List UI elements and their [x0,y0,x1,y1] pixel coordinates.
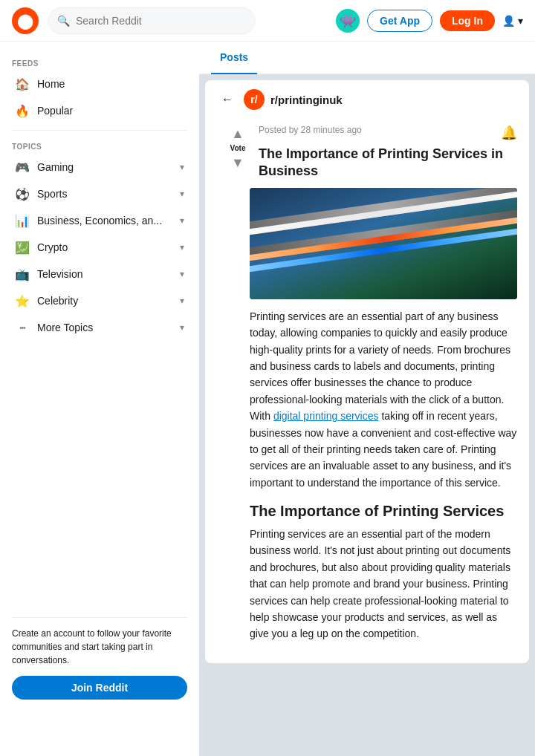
sidebar-item-label: Crypto [37,241,172,253]
sidebar-item-home[interactable]: 🏠 Home [3,71,196,97]
sidebar-item-label: Business, Economics, an... [37,215,172,227]
home-icon: 🏠 [15,76,30,91]
chevron-down-icon: ▾ [180,189,184,199]
post-image [250,188,517,299]
sidebar-item-label: Popular [37,105,184,117]
sidebar-item-label: Television [37,268,172,280]
post-card: ← r/ r/printinginuk ▲ Vote ▼ Posted by 2… [205,80,529,663]
navbar: ⬤ 🔍 👾 Get App Log In 👤 ▾ [0,0,535,42]
user-avatar-icon: 👤 [502,15,515,27]
post-meta-info: Posted by 28 minutes ago 🔔 The Importanc… [253,125,517,188]
subreddit-name: r/printinginuk [270,94,343,106]
sidebar-item-sports[interactable]: ⚽ Sports ▾ [3,180,196,207]
sidebar-item-television[interactable]: 📺 Television ▾ [3,261,196,287]
get-app-button[interactable]: Get App [367,10,432,32]
gaming-icon: 🎮 [15,160,30,175]
post-content: Printing services are an essential part … [205,188,529,663]
tab-bar: Posts [199,42,535,74]
topics-label: TOPICS [0,137,199,154]
sidebar: FEEDS 🏠 Home 🔥 Popular TOPICS 🎮 Gaming ▾… [0,42,199,756]
chevron-down-icon: ▾ [180,296,184,306]
feeds-label: FEEDS [0,53,199,71]
post-body-paragraph-2: Printing services are an essential part … [250,526,517,642]
content-area: Posts ← r/ r/printinginuk ▲ Vote ▼ [199,42,535,756]
search-icon: 🔍 [57,15,70,27]
sidebar-item-label: Home [37,78,184,90]
alien-icon: 👾 [336,9,360,33]
main-layout: FEEDS 🏠 Home 🔥 Popular TOPICS 🎮 Gaming ▾… [0,42,535,756]
chevron-down-icon: ▾ [180,269,184,279]
vote-label: Vote [230,144,246,152]
chevron-down-icon: ▾ [518,15,523,27]
popular-icon: 🔥 [15,103,30,118]
chevron-down-icon: ▾ [180,215,184,226]
downvote-button[interactable]: ▼ [229,154,247,172]
post-top-row: ▲ Vote ▼ Posted by 28 minutes ago 🔔 The … [205,116,529,188]
sidebar-bottom: Create an account to follow your favorit… [0,605,199,711]
search-input[interactable] [76,15,246,27]
chevron-down-icon: ▾ [180,322,184,333]
reddit-logo-icon: ⬤ [17,12,33,30]
sidebar-item-more-topics[interactable]: ••• More Topics ▾ [3,314,196,341]
sidebar-item-popular[interactable]: 🔥 Popular [3,97,196,124]
login-button[interactable]: Log In [440,10,495,31]
digital-printing-link[interactable]: digital printing services [273,410,379,422]
upvote-button[interactable]: ▲ [229,125,247,143]
reddit-logo: ⬤ [12,7,39,34]
crypto-icon: 💹 [15,240,30,255]
sidebar-promo-text: Create an account to follow your favorit… [12,627,187,667]
sidebar-item-label: Gaming [37,161,172,173]
chevron-down-icon: ▾ [180,242,184,252]
sidebar-bottom-divider [12,617,187,618]
sidebar-divider [12,130,187,131]
post-body-paragraph-1: Printing services are an essential part … [250,308,517,491]
sidebar-item-label: More Topics [37,322,172,333]
join-reddit-button[interactable]: Join Reddit [12,676,187,700]
sports-icon: ⚽ [15,186,30,201]
nav-right: 👾 Get App Log In 👤 ▾ [336,9,523,33]
posted-by: Posted by 28 minutes ago [259,125,362,135]
sidebar-item-crypto[interactable]: 💹 Crypto ▾ [3,234,196,261]
tab-posts[interactable]: Posts [211,42,257,74]
search-bar[interactable]: 🔍 [48,7,256,34]
sidebar-item-business[interactable]: 📊 Business, Economics, an... ▾ [3,207,196,234]
subreddit-header: ← r/ r/printinginuk [205,80,529,116]
vote-column: ▲ Vote ▼ [217,125,253,188]
user-menu-button[interactable]: 👤 ▾ [502,15,523,27]
subreddit-avatar: r/ [244,89,265,110]
sidebar-item-celebrity[interactable]: ⭐ Celebrity ▾ [3,287,196,314]
sidebar-item-label: Celebrity [37,295,172,307]
back-button[interactable]: ← [217,89,238,110]
celebrity-icon: ⭐ [15,293,30,308]
more-topics-icon: ••• [15,320,30,335]
business-icon: 📊 [15,213,30,228]
sidebar-item-label: Sports [37,188,172,200]
post-section-heading: The Importance of Printing Services [250,503,517,520]
television-icon: 📺 [15,267,30,281]
chevron-down-icon: ▾ [180,162,184,172]
notification-bell-icon[interactable]: 🔔 [501,125,517,141]
post-title: The Importance of Printing Services in B… [259,146,517,180]
sidebar-item-gaming[interactable]: 🎮 Gaming ▾ [3,154,196,180]
